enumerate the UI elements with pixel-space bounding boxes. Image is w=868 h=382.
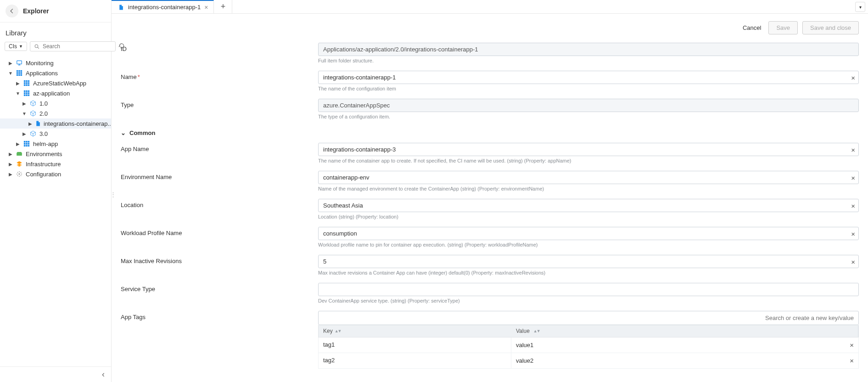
tree-item-v1[interactable]: ▶ 1.0 (0, 98, 111, 108)
clear-icon[interactable]: × (851, 230, 855, 237)
svg-rect-23 (24, 92, 26, 94)
cube-icon (29, 110, 37, 117)
tree-item-applications[interactable]: ▼ Applications (0, 68, 111, 78)
input-workload[interactable] (318, 227, 859, 240)
input-location[interactable] (318, 199, 859, 212)
add-tab-button[interactable]: + (214, 0, 232, 13)
caret-right-icon: ▶ (8, 61, 13, 66)
grid-icon (23, 140, 30, 147)
col-value[interactable]: Value▲▼ (511, 325, 858, 337)
plus-icon: + (221, 2, 226, 11)
caret-down-icon: ▼ (16, 91, 20, 96)
cls-filter[interactable]: CIs ▼ (5, 42, 27, 51)
clear-icon[interactable]: × (851, 202, 855, 209)
input-envname[interactable] (318, 171, 859, 184)
sort-icon: ▲▼ (533, 329, 540, 333)
delete-row-button[interactable]: × (850, 341, 854, 349)
caret-right-icon: ▶ (28, 121, 32, 126)
hint-type: The type of a configuration item. (318, 114, 859, 119)
save-close-button[interactable]: Save and close (802, 21, 859, 34)
library-heading: Library (0, 22, 111, 39)
input-apptags-search[interactable] (318, 311, 859, 325)
label-id: ID (121, 43, 318, 52)
hint-name: The name of the configuration item (318, 86, 859, 91)
label-name: Name* (121, 71, 318, 80)
apptags-header: Key▲▼ Value▲▼ (318, 325, 859, 337)
section-common[interactable]: ⌄ Common (121, 123, 859, 139)
layers-icon (16, 160, 23, 168)
cancel-button[interactable]: Cancel (740, 22, 764, 33)
tree-item-environments[interactable]: ▶ Environments (0, 149, 111, 159)
monitor-icon (16, 59, 23, 67)
svg-rect-26 (24, 95, 26, 96)
hint-svctype: Dev ContainerApp service type. (string) … (318, 298, 859, 303)
caret-right-icon: ▶ (8, 152, 13, 157)
clear-icon[interactable]: × (851, 73, 855, 81)
grid-icon (23, 79, 30, 87)
input-id (318, 43, 859, 56)
caret-down-icon: ▼ (8, 71, 13, 76)
clear-icon[interactable]: × (851, 146, 855, 153)
svg-rect-20 (24, 90, 26, 92)
grid-icon (16, 69, 23, 77)
tree-item-monitoring[interactable]: ▶ Monitoring (0, 58, 111, 68)
file-icon (35, 120, 41, 127)
hint-appname: The name of the conatainer app to create… (318, 158, 859, 163)
svg-rect-31 (28, 141, 30, 143)
split-handle[interactable]: ⋮ (112, 191, 116, 198)
clear-icon[interactable]: × (851, 174, 855, 181)
tabstrip: integrations-containerapp-1 × + ▾ (112, 0, 868, 14)
svg-rect-29 (24, 141, 26, 143)
close-icon[interactable]: × (204, 4, 208, 11)
svg-rect-7 (21, 72, 22, 74)
caret-down-icon: ▼ (22, 111, 27, 116)
svg-rect-19 (28, 84, 30, 86)
input-maxrev[interactable] (318, 255, 859, 268)
tree-item-v2[interactable]: ▼ 2.0 (0, 108, 111, 118)
hint-id: Full item folder structure. (318, 58, 859, 63)
search-input-wrap[interactable] (30, 41, 116, 51)
sidebar: Explorer Library CIs ▼ ▶ Monitoring (0, 0, 112, 382)
svg-rect-17 (24, 84, 26, 86)
back-button[interactable] (6, 5, 18, 17)
search-input[interactable] (43, 43, 112, 50)
cell-key: tag1 (319, 337, 511, 353)
cell-value: value1× (511, 337, 858, 353)
collapse-sidebar-button[interactable]: ‹ (0, 366, 111, 382)
delete-row-button[interactable]: × (850, 357, 854, 365)
input-svctype[interactable] (318, 283, 859, 296)
tree-item-configuration[interactable]: ▶ Configuration (0, 169, 111, 179)
file-icon (117, 4, 124, 11)
chevron-down-icon: ⌄ (121, 129, 126, 136)
svg-rect-36 (26, 145, 28, 147)
svg-rect-32 (24, 143, 26, 145)
col-key[interactable]: Key▲▼ (319, 325, 511, 337)
svg-rect-14 (24, 82, 26, 84)
tree-item-v3[interactable]: ▶ 3.0 (0, 129, 111, 139)
chevron-down-icon: ▼ (19, 44, 23, 49)
input-name[interactable] (318, 71, 859, 84)
tab-overflow-button[interactable]: ▾ (855, 2, 865, 12)
tree-item-helm[interactable]: ▶ helm-app (0, 139, 111, 149)
svg-rect-15 (26, 82, 28, 84)
tab-item[interactable]: integrations-containerapp-1 × (112, 0, 214, 13)
svg-rect-8 (17, 74, 18, 76)
tree-item-integrations[interactable]: ▶ integrations-containerap... ⋮ (0, 118, 111, 129)
caret-right-icon: ▶ (16, 81, 20, 86)
gear-icon (16, 170, 23, 178)
tree-item-azurestatic[interactable]: ▶ AzureStaticWebApp (0, 78, 111, 88)
svg-rect-35 (24, 145, 26, 147)
input-appname[interactable] (318, 143, 859, 156)
save-button[interactable]: Save (768, 21, 798, 34)
svg-rect-18 (26, 84, 28, 86)
svg-point-38 (18, 173, 20, 175)
tree-item-infrastructure[interactable]: ▶ Infrastructure (0, 159, 111, 169)
form: ID Full item folder structure. Name* × T… (112, 39, 868, 382)
tree-item-az-application[interactable]: ▼ az-application (0, 88, 111, 98)
svg-rect-6 (18, 72, 20, 74)
svg-rect-33 (26, 143, 28, 145)
svg-rect-27 (26, 95, 28, 96)
clear-icon[interactable]: × (851, 258, 855, 265)
svg-rect-28 (28, 95, 30, 96)
search-icon (34, 44, 40, 50)
